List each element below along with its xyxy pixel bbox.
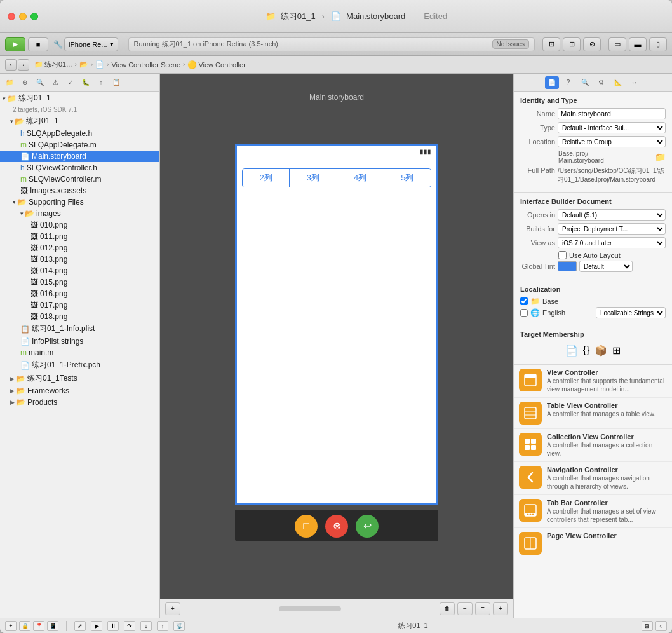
debug-btn[interactable]: ▶ xyxy=(91,621,102,631)
segment-item-5[interactable]: 5列 xyxy=(384,169,431,187)
add-target-btn[interactable]: + xyxy=(5,621,17,631)
sidebar-item-products[interactable]: ▶ 📂 Products xyxy=(0,397,159,408)
stop-button[interactable]: ■ xyxy=(28,37,48,51)
step-over-btn[interactable]: ↷ xyxy=(124,621,135,631)
step-out-btn[interactable]: ↑ xyxy=(157,621,168,631)
sidebar-item-017[interactable]: 🖼017.png xyxy=(0,299,159,311)
sim-btn[interactable]: 📱 xyxy=(47,621,58,631)
sidebar-warn-btn[interactable]: ⚠ xyxy=(48,76,62,89)
inspector-quick-btn[interactable]: ? xyxy=(561,76,575,89)
location-btn[interactable]: 📍 xyxy=(33,621,44,631)
english-checkbox[interactable] xyxy=(520,309,528,316)
sidebar-item-mainstoryboard[interactable]: 📄 Main.storyboard xyxy=(0,151,159,162)
sidebar-item-images[interactable]: 🖼 Images.xcassets xyxy=(0,185,159,196)
canvas-delete-btn[interactable]: 🗑 xyxy=(440,602,455,615)
base-checkbox[interactable] xyxy=(520,297,528,305)
sidebar-test-btn[interactable]: ✓ xyxy=(64,76,77,89)
close-button[interactable] xyxy=(8,13,15,20)
sidebar-debug-btn[interactable]: 🐛 xyxy=(79,76,93,89)
breadcrumb-project[interactable]: 📁 练习01... xyxy=(34,60,72,69)
canvas-zoom-in-btn[interactable]: + xyxy=(493,602,508,615)
sidebar-item-014[interactable]: 🖼014.png xyxy=(0,265,159,276)
target-grid-icon[interactable]: ⊞ xyxy=(612,344,621,357)
sidebar-item-013[interactable]: 🖼013.png xyxy=(0,254,159,265)
run-button[interactable]: ▶ xyxy=(5,37,25,51)
sidebar-item-prefix[interactable]: 📄练习01_1-Prefix.pch xyxy=(0,358,159,372)
orientation-btn[interactable]: ⤢ xyxy=(74,621,86,631)
sidebar-item-010[interactable]: 🖼010.png xyxy=(0,219,159,231)
target-json-icon[interactable]: {} xyxy=(583,344,590,357)
view-as-select[interactable]: iOS 7.0 and Later xyxy=(558,237,666,248)
target-cube-icon[interactable]: 📦 xyxy=(595,344,607,357)
canvas-fit-btn[interactable]: = xyxy=(475,602,490,615)
name-input[interactable] xyxy=(558,108,666,119)
maximize-button[interactable] xyxy=(30,13,38,20)
location-select[interactable]: Relative to Group xyxy=(558,136,666,147)
navigator-toggle-button[interactable]: ▭ xyxy=(608,37,626,51)
canvas-tool-2[interactable]: ⊗ xyxy=(325,515,348,538)
sidebar-item-frameworks[interactable]: ▶ 📂 Frameworks xyxy=(0,385,159,397)
sidebar-folder-btn[interactable]: 📁 xyxy=(3,76,17,89)
sidebar-item-supporting[interactable]: ▾ 📂 Supporting Files xyxy=(0,196,159,208)
lock-btn[interactable]: 🔒 xyxy=(19,621,30,631)
canvas-tool-3[interactable]: ↩ xyxy=(356,515,379,538)
global-tint-select[interactable]: Default xyxy=(579,261,633,272)
sidebar-item-infopliststrings[interactable]: 📄InfoPlist.strings xyxy=(0,336,159,347)
opens-in-select[interactable]: Default (5.1) xyxy=(558,209,666,221)
segment-item-3[interactable]: 3列 xyxy=(290,169,337,187)
nav-forward-button[interactable]: › xyxy=(18,59,29,71)
segment-control[interactable]: 2列 3列 4列 5列 xyxy=(242,168,431,187)
inspector-file-btn[interactable]: 📄 xyxy=(545,76,559,89)
sidebar-item-group[interactable]: ▾ 📂 练习01_1 xyxy=(0,114,159,128)
sidebar-sym-btn[interactable]: ⊕ xyxy=(18,76,32,89)
sidebar-item-images-folder[interactable]: ▾ 📂 images xyxy=(0,208,159,219)
builds-for-select[interactable]: Project Deployment T... xyxy=(558,223,666,235)
gps-btn[interactable]: 📡 xyxy=(173,621,185,631)
circle-btn[interactable]: ○ xyxy=(655,621,667,631)
sidebar-item-012[interactable]: 🖼012.png xyxy=(0,242,159,254)
sidebar-item-viewcontrollerm[interactable]: m SLQViewController.m xyxy=(0,174,159,185)
inspector-toggle-button[interactable]: ▯ xyxy=(649,37,667,51)
sidebar-item-infoplist[interactable]: 📋练习01_1-Info.plist xyxy=(0,322,159,336)
debug-toggle-button[interactable]: ▬ xyxy=(629,37,647,51)
editor-version-button[interactable]: ⊘ xyxy=(583,37,601,51)
inspector-connections-btn[interactable]: ↔ xyxy=(628,76,642,89)
minimize-button[interactable] xyxy=(19,13,27,20)
pause-btn[interactable]: ⏸ xyxy=(107,621,119,631)
grid-view-btn[interactable]: ⊞ xyxy=(642,621,653,631)
breadcrumb-group[interactable]: 📂 xyxy=(79,60,88,69)
canvas-scroll[interactable]: → Main storyboard ▮▮▮ xyxy=(160,74,513,599)
sidebar-item-appdelegatem[interactable]: m SLQAppDelegate.m xyxy=(0,139,159,151)
inspector-identity-btn[interactable]: 🔍 xyxy=(578,76,592,89)
sidebar-item-018[interactable]: 🖼018.png xyxy=(0,311,159,322)
canvas-add-btn[interactable]: + xyxy=(165,602,180,615)
editor-assistant-button[interactable]: ⊞ xyxy=(563,37,581,51)
scheme-selector[interactable]: iPhone Re... ▾ xyxy=(64,37,118,51)
type-select[interactable]: Default - Interface Bui... xyxy=(558,122,666,133)
sidebar-item-011[interactable]: 🖼011.png xyxy=(0,231,159,242)
segment-item-2[interactable]: 2列 xyxy=(243,169,290,187)
sidebar-item-tests[interactable]: ▶ 📂 练习01_1Tests xyxy=(0,372,159,385)
sidebar-item-project[interactable]: ▾ 📁 练习01_1 xyxy=(0,92,159,105)
canvas-tool-1[interactable]: □ xyxy=(295,515,318,538)
sidebar-item-appdelegateh[interactable]: h SLQAppDelegate.h xyxy=(0,128,159,139)
english-loc-select[interactable]: Localizable Strings xyxy=(596,307,666,318)
folder-chooser-icon[interactable]: 📁 xyxy=(655,152,666,162)
inspector-attr-btn[interactable]: ⚙ xyxy=(595,76,608,89)
target-file-icon[interactable]: 📄 xyxy=(565,344,578,357)
horizontal-scrollbar[interactable] xyxy=(279,606,340,611)
sidebar-item-mainm[interactable]: mmain.m xyxy=(0,347,159,358)
sidebar-log-btn[interactable]: 📋 xyxy=(109,76,123,89)
step-in-btn[interactable]: ↓ xyxy=(140,621,152,631)
breadcrumb-scene[interactable]: View Controller Scene xyxy=(111,61,180,69)
segment-item-4[interactable]: 4列 xyxy=(337,169,384,187)
inspector-size-btn[interactable]: 📐 xyxy=(611,76,625,89)
sidebar-search-btn[interactable]: 🔍 xyxy=(33,76,47,89)
global-tint-swatch[interactable] xyxy=(558,261,577,271)
auto-layout-checkbox[interactable] xyxy=(558,251,567,259)
canvas-zoom-out-btn[interactable]: − xyxy=(457,602,473,615)
sidebar-item-viewcontrollerh[interactable]: h SLQViewController.h xyxy=(0,162,159,174)
nav-back-button[interactable]: ‹ xyxy=(5,59,17,71)
sidebar-item-016[interactable]: 🖼016.png xyxy=(0,288,159,299)
sidebar-vcs-btn[interactable]: ↑ xyxy=(94,76,108,89)
